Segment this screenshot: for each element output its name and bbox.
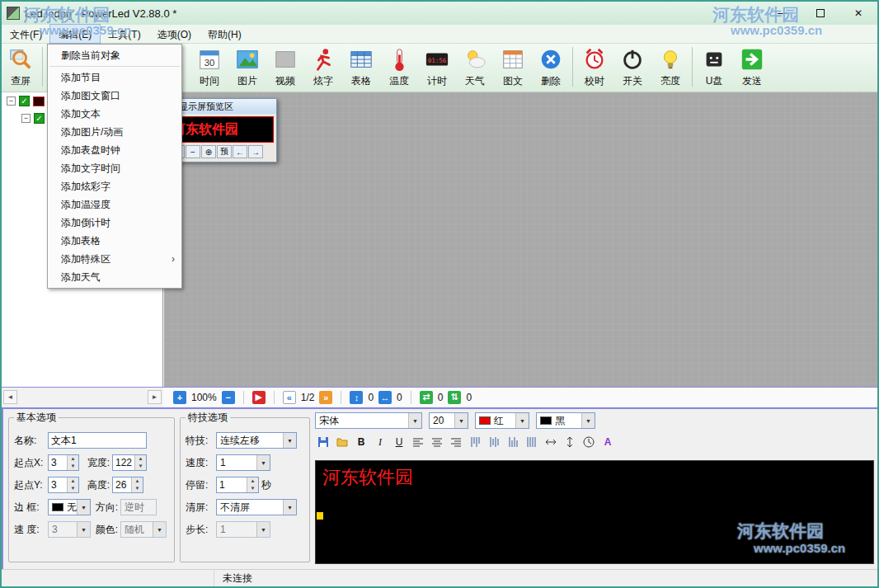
toolbar-button-video[interactable]: 视频 (266, 44, 304, 91)
effect-select[interactable]: 连续左移▼ (216, 432, 297, 449)
align-left-icon[interactable] (410, 434, 426, 450)
toolbar-button-timer[interactable]: 01:56 计时 (418, 44, 456, 91)
border-select[interactable]: 无▼ (48, 499, 91, 515)
effect-speed-select[interactable]: 1▼ (216, 454, 270, 471)
menu-file[interactable]: 文件(F) (2, 25, 50, 43)
border-speed-label: 速 度: (14, 523, 45, 537)
vertical-offset-icon[interactable]: ↕ (350, 391, 363, 404)
expander-icon[interactable]: − (21, 114, 31, 123)
menu-item-add-text-time[interactable]: 添加文字时间 (48, 159, 181, 177)
open-folder-icon[interactable] (334, 434, 350, 450)
menu-item-add-program[interactable]: 添加节目 (48, 68, 181, 87)
menu-item-add-table[interactable]: 添加表格 (48, 232, 181, 250)
move-right-icon[interactable]: → (248, 145, 263, 158)
stay-stepper[interactable]: 1▲▼ (216, 477, 259, 493)
underline-button[interactable]: U (391, 434, 407, 450)
toolbar-button-power[interactable]: 开关 (613, 44, 651, 91)
toolbar-button-delete[interactable]: 删除 (532, 44, 570, 91)
move-left-icon[interactable]: ← (233, 145, 247, 158)
toolbar-label: 炫字 (313, 74, 333, 88)
checkbox-checked-icon[interactable]: ✓ (34, 113, 45, 124)
toolbar-label: 开关 (623, 74, 642, 88)
toolbar-button-time[interactable]: 30 时间 (190, 44, 228, 91)
menu-item-add-special-zone[interactable]: 添加特殊区 › (48, 250, 181, 268)
toolbar-label: 计时 (427, 74, 447, 88)
toolbar-button-usb[interactable]: U盘 (695, 44, 733, 91)
bold-button[interactable]: B (353, 434, 369, 450)
menu-tools[interactable]: 工具(T) (100, 25, 148, 43)
valign-stretch-icon[interactable] (524, 434, 540, 450)
menu-help[interactable]: 帮助(H) (200, 25, 250, 43)
toolbar-button-weather[interactable]: 天气 (456, 44, 494, 91)
tree-horizontal-scrollbar[interactable]: ◄ ► (2, 387, 163, 407)
prev-page-button[interactable]: « (283, 391, 296, 404)
width-stepper[interactable]: 122▲▼ (112, 454, 147, 471)
maximize-button[interactable] (801, 2, 839, 25)
start-x-stepper[interactable]: 3▲▼ (48, 454, 79, 471)
clock-icon[interactable] (581, 434, 597, 450)
menu-options[interactable]: 选项(O) (149, 25, 200, 43)
screen-preview-window[interactable]: 显示屏预览区 河东软件园 ▦ − ⊕ 预 ← → (167, 98, 277, 162)
align-center-icon[interactable] (429, 434, 445, 450)
char-spacing-icon[interactable] (543, 434, 559, 450)
menu-item-add-fancy-text[interactable]: 添加炫彩字 (48, 177, 181, 195)
menu-item-delete-object[interactable]: 删除当前对象 (48, 46, 181, 64)
toolbar-button-send[interactable]: 发送 (733, 44, 771, 91)
expander-icon[interactable]: − (7, 96, 16, 106)
valign-top-icon[interactable] (467, 434, 483, 450)
close-button[interactable]: ✕ (839, 2, 877, 25)
horizontal-offset-value: 0 (397, 392, 402, 403)
align-right-icon[interactable] (448, 434, 464, 450)
minimize-button[interactable]: — (764, 2, 801, 25)
menu-item-add-weather[interactable]: 添加天气 (48, 268, 181, 286)
zoom-out-button[interactable]: − (222, 391, 235, 404)
valign-middle-icon[interactable] (486, 434, 502, 450)
crosshair-icon[interactable]: ⊕ (201, 145, 216, 158)
clear-screen-select[interactable]: 不清屏▼ (216, 499, 297, 515)
toolbar-button-time-sync[interactable]: 校时 (576, 44, 613, 91)
toolbar-button-image-text[interactable]: 图文 (494, 44, 532, 91)
font-family-select[interactable]: 宋体▼ (315, 412, 422, 429)
menu-edit[interactable]: 编辑(E) (50, 25, 100, 43)
background-color-select[interactable]: 黑▼ (536, 412, 595, 429)
next-page-button[interactable]: » (319, 391, 332, 404)
y-shift-icon[interactable]: ⇅ (448, 391, 461, 404)
zoom-out-icon[interactable]: − (186, 145, 200, 158)
preview-button[interactable]: 预 (217, 145, 232, 158)
zoom-in-button[interactable]: + (173, 391, 186, 404)
toolbar-button-brightness[interactable]: 亮度 (651, 44, 689, 91)
name-label: 名称: (14, 434, 45, 448)
menu-item-add-image-text-window[interactable]: 添加图文窗口 (48, 87, 181, 105)
led-text-preview[interactable]: 河东软件园 (315, 460, 874, 564)
toolbar-button-table[interactable]: 表格 (342, 44, 380, 91)
start-y-stepper[interactable]: 3▲▼ (48, 477, 79, 493)
x-shift-icon[interactable]: ⇄ (420, 391, 433, 404)
connection-status: 未连接 (214, 572, 261, 586)
toolbar-button-picture[interactable]: 图片 (228, 44, 266, 91)
font-color-button[interactable]: A (599, 434, 616, 450)
toolbar-button-fancy-text[interactable]: 炫字 (304, 44, 342, 91)
horizontal-offset-icon[interactable]: ↔ (378, 391, 392, 404)
checkbox-checked-icon[interactable]: ✓ (19, 96, 30, 106)
name-input[interactable] (48, 432, 147, 449)
scroll-right-icon[interactable]: ► (148, 390, 162, 404)
play-button[interactable]: ▶ (252, 391, 266, 404)
preview-window-titlebar[interactable]: 显示屏预览区 (167, 99, 276, 114)
height-stepper[interactable]: 26▲▼ (112, 477, 143, 493)
save-icon[interactable] (315, 434, 331, 450)
menu-item-add-dial-clock[interactable]: 添加表盘时钟 (48, 141, 181, 159)
svg-text:01:56: 01:56 (428, 57, 447, 64)
menu-item-add-picture-animation[interactable]: 添加图片/动画 (48, 123, 181, 141)
valign-bottom-icon[interactable] (505, 434, 521, 450)
menu-item-add-text[interactable]: 添加文本 (48, 105, 181, 123)
menu-item-add-temp-humidity[interactable]: 添加温湿度 (48, 195, 181, 214)
timer-icon: 01:56 (424, 46, 450, 73)
scroll-left-icon[interactable]: ◄ (3, 390, 17, 404)
text-color-select[interactable]: 红▼ (475, 412, 529, 429)
font-size-select[interactable]: 20▼ (429, 412, 468, 429)
italic-button[interactable]: I (372, 434, 388, 450)
toolbar-button-search-screen[interactable]: 查屏 (2, 44, 40, 91)
line-spacing-icon[interactable] (562, 434, 578, 450)
toolbar-button-temperature[interactable]: 温度 (380, 44, 418, 91)
menu-item-add-countdown[interactable]: 添加倒计时 (48, 214, 181, 232)
